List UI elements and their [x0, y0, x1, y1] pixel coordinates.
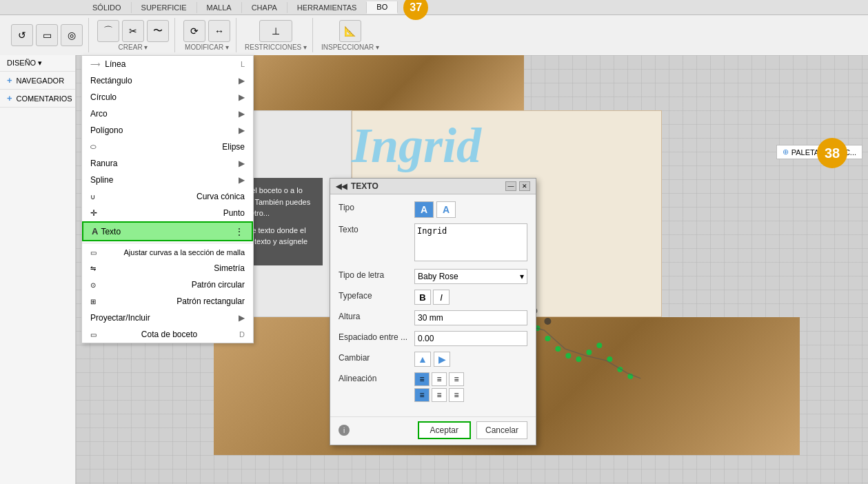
modificar-label[interactable]: MODIFICAR ▾ [185, 43, 229, 51]
ajustar-icon: ▭ [90, 249, 97, 256]
arc-btn[interactable]: ⌒ [97, 20, 119, 42]
rect-btn[interactable]: ▭ [36, 24, 58, 46]
dialog-controls: — ✕ [505, 181, 530, 191]
menu-item-elipse[interactable]: ⬭ Elipse [82, 139, 253, 155]
dialog-minimize-btn[interactable]: — [505, 181, 516, 191]
tab-malla[interactable]: MALLA [197, 2, 242, 13]
toolbar-section-disenio: ↺ ▭ ◎ [6, 18, 89, 52]
cambiar-btn-up[interactable]: ▲ [414, 352, 431, 367]
texto-input[interactable]: Ingrid [414, 223, 527, 261]
align-center-mid[interactable]: ≡ [432, 388, 447, 402]
italic-button[interactable]: I [433, 290, 450, 305]
altura-row: Altura [339, 310, 527, 325]
menu-item-rectangulo[interactable]: Rectángulo ▶ [82, 72, 253, 89]
cambiar-btn-right[interactable]: ▶ [434, 352, 450, 367]
toolbar-tabs: SÓLIDO SUPERFICIE MALLA CHAPA HERRAMIENT… [0, 0, 868, 15]
align-left-mid[interactable]: ≡ [414, 388, 430, 402]
toolbar-section-restricciones: ⊥ RESTRICCIONES ▾ [239, 18, 313, 52]
espaciado-input[interactable] [414, 331, 527, 346]
menu-item-arco-label: Arco [90, 109, 108, 119]
menu-item-proyectar[interactable]: Proyectar/Incluir ▶ [82, 310, 253, 326]
patron-rectangular-icon: ⊞ [90, 298, 96, 305]
restriccion-btn[interactable]: ⊥ [259, 20, 292, 42]
wave-btn[interactable]: 〜 [147, 20, 169, 42]
cota-icon: ▭ [90, 331, 97, 339]
collapse-icon[interactable]: ◀◀ [336, 182, 347, 191]
espaciado-row: Espaciado entre ... [339, 331, 527, 346]
tab-herramientas[interactable]: HERRAMIENTAS [287, 2, 367, 13]
menu-item-patron-circular-label: Patrón circular [192, 280, 245, 290]
altura-control [414, 310, 527, 325]
menu-item-proyectar-label: Proyectar/Incluir [90, 313, 150, 323]
navegador-item[interactable]: + NAVEGADOR [0, 72, 75, 90]
menu-item-ranura[interactable]: Ranura ▶ [82, 155, 253, 172]
plus-circle-icon: ⊕ [783, 148, 789, 157]
alineacion-row: Alineación ≡ ≡ ≡ ≡ ≡ ≡ [339, 372, 527, 404]
menu-item-simetria-label: Simetría [214, 263, 245, 273]
crear-label[interactable]: CREAR ▾ [119, 43, 148, 51]
menu-item-ranura-label: Ranura [90, 159, 117, 168]
espaciado-label: Espaciado entre ... [339, 331, 414, 342]
poligono-arrow-icon: ▶ [239, 125, 245, 135]
mod-btn2[interactable]: ↔ [208, 20, 230, 42]
tab-chapa[interactable]: CHAPA [242, 2, 287, 13]
menu-item-spline-label: Spline [90, 175, 113, 185]
menu-item-patron-rectangular[interactable]: ⊞ Patrón rectangular [82, 293, 253, 310]
menu-item-cota[interactable]: ▭ Cota de boceto D [82, 326, 253, 343]
scissors-btn[interactable]: ✂ [122, 20, 144, 42]
disenio-label: DISEÑO ▾ [7, 59, 42, 68]
align-right-mid[interactable]: ≡ [449, 388, 464, 402]
menu-item-punto[interactable]: ✛ Punto [82, 205, 253, 221]
align-right-top[interactable]: ≡ [449, 372, 464, 386]
punto-icon: ✛ [90, 208, 97, 218]
accept-button[interactable]: Aceptar [418, 421, 471, 439]
mod-btn1[interactable]: ⟳ [183, 20, 205, 42]
ranura-arrow-icon: ▶ [239, 159, 245, 168]
menu-item-texto-dots[interactable]: ⋮ [235, 227, 243, 236]
tab-solido[interactable]: SÓLIDO [83, 2, 132, 13]
menu-item-arco[interactable]: Arco ▶ [82, 105, 253, 122]
navegador-plus-icon: + [7, 75, 12, 85]
menu-item-circulo[interactable]: Círculo ▶ [82, 89, 253, 105]
menu-item-curva-conica[interactable]: ∪ Curva cónica [82, 188, 253, 205]
align-left-top[interactable]: ≡ [414, 372, 430, 386]
dropdown-menu: ⟶ Línea L Rectángulo ▶ Círculo ▶ Arco ▶ … [81, 55, 254, 343]
bold-button[interactable]: B [414, 290, 431, 305]
insp-btn[interactable]: 📐 [339, 20, 361, 42]
circulo-arrow-icon: ▶ [239, 92, 245, 102]
comentarios-item[interactable]: + COMENTARIOS [0, 90, 75, 108]
toolbar-section-crear: ⌒ ✂ 〜 CREAR ▾ [92, 18, 175, 52]
menu-item-rectangulo-label: Rectángulo [90, 76, 132, 85]
tipo-label: Tipo [339, 201, 414, 212]
altura-input[interactable] [414, 310, 527, 325]
info-icon[interactable]: i [339, 425, 350, 436]
align-center-top[interactable]: ≡ [432, 372, 447, 386]
tipo-btn-a-filled[interactable]: A [414, 201, 434, 218]
espaciado-control [414, 331, 527, 346]
circle-btn[interactable]: ◎ [61, 24, 83, 46]
tipo-btn-a-outline[interactable]: A [436, 201, 456, 218]
menu-item-texto[interactable]: A Texto ⋮ [82, 221, 253, 241]
dialog-close-btn[interactable]: ✕ [519, 181, 530, 191]
menu-item-curva-conica-label: Curva cónica [196, 192, 245, 201]
disenio-btn[interactable]: DISEÑO ▾ [0, 55, 75, 72]
tipo-letra-row: Tipo de letra Baby Rose ▾ [339, 269, 527, 284]
cancel-button[interactable]: Cancelar [476, 421, 527, 439]
menu-item-linha[interactable]: ⟶ Línea L [82, 56, 253, 72]
menu-item-spline[interactable]: Spline ▶ [82, 172, 253, 188]
menu-item-patron-circular[interactable]: ⊙ Patrón circular [82, 276, 253, 293]
dialog-titlebar: ◀◀ TEXTO — ✕ [330, 179, 536, 194]
menu-item-simetria[interactable]: ⇋ Simetría [82, 260, 253, 276]
texto-dialog: ◀◀ TEXTO — ✕ Tipo A A Texto Ingrid Tipo … [330, 178, 536, 445]
tab-superficie[interactable]: SUPERFICIE [132, 2, 197, 13]
menu-item-ajustar[interactable]: ▭ Ajustar curvas a la sección de malla [82, 245, 253, 260]
restricciones-label[interactable]: RESTRICCIONES ▾ [245, 43, 307, 51]
align-row-1: ≡ ≡ ≡ [414, 372, 527, 386]
tipo-letra-select[interactable]: Baby Rose ▾ [414, 269, 527, 284]
align-row-2: ≡ ≡ ≡ [414, 388, 527, 402]
undo-btn[interactable]: ↺ [11, 24, 33, 46]
menu-item-poligono[interactable]: Polígono ▶ [82, 122, 253, 139]
tab-bo[interactable]: BO [367, 1, 398, 14]
inspeccionar-label[interactable]: INSPECCIONAR ▾ [321, 43, 379, 51]
tipo-row: Tipo A A [339, 201, 527, 218]
